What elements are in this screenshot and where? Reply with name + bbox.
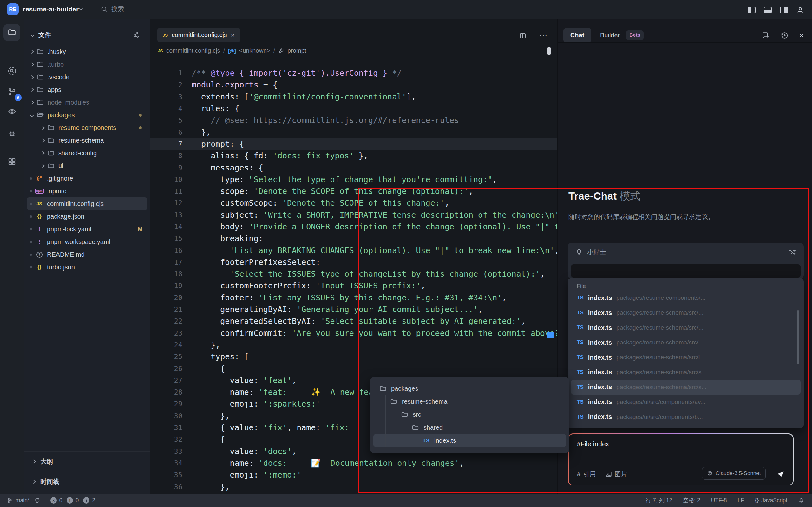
- toggle-left-sidebar-icon[interactable]: [748, 7, 756, 13]
- tree-item-.turbo[interactable]: .turbo: [27, 58, 148, 71]
- editor-tab[interactable]: JS commitlint.config.cjs ×: [157, 27, 241, 43]
- close-panel-icon[interactable]: ×: [799, 32, 804, 39]
- code-line[interactable]: 14 body: 'Provide a LONGER description o…: [150, 221, 557, 233]
- popup-tree-item-packages[interactable]: packages: [373, 382, 566, 395]
- popup-tree-item-resume-schema[interactable]: resume-schema: [373, 395, 566, 408]
- code-line[interactable]: 3 extends: ['@commitlint/config-conventi…: [150, 91, 557, 103]
- account-icon[interactable]: [796, 6, 804, 14]
- close-tab-icon[interactable]: ×: [231, 32, 235, 38]
- code-line[interactable]: 7 prompt: {: [150, 138, 557, 150]
- indentation[interactable]: 空格: 2: [683, 497, 700, 504]
- code-line[interactable]: 34 name: 'docs: 📝 Documentation only cha…: [150, 457, 557, 469]
- code-line[interactable]: 24 },: [150, 339, 557, 351]
- file-suggestion[interactable]: TSindex.tspackages/ui/src/components/av.…: [571, 395, 801, 409]
- tree-item-.npmrc[interactable]: npm.npmrc: [27, 185, 148, 198]
- popup-tree-item-index.ts[interactable]: TSindex.ts: [373, 434, 566, 447]
- file-suggestion[interactable]: TSindex.tspackages/resume-components/...: [571, 291, 801, 305]
- toggle-bottom-panel-icon[interactable]: [764, 7, 772, 13]
- tree-item-.gitignore[interactable]: .gitignore: [27, 172, 148, 185]
- problems-infos[interactable]: i 2: [83, 497, 95, 504]
- search-scan-icon[interactable]: [3, 62, 20, 79]
- tree-item-turbo.json[interactable]: {}turbo.json: [27, 261, 148, 274]
- split-editor-icon[interactable]: [519, 32, 526, 40]
- tree-item-node_modules[interactable]: node_modules: [27, 96, 148, 109]
- code-line[interactable]: 16 'List any BREAKING CHANGES (optional)…: [150, 244, 557, 256]
- explorer-icon[interactable]: [3, 24, 20, 41]
- preview-eye-icon[interactable]: [3, 103, 20, 120]
- code-line[interactable]: 18 'Select the ISSUES type of changeList…: [150, 268, 557, 280]
- tips-input-strip[interactable]: [571, 264, 801, 278]
- filter-icon[interactable]: [133, 31, 140, 39]
- code-line[interactable]: 10 type: "Select the type of change that…: [150, 174, 557, 185]
- code-line[interactable]: 20 footer: 'List any ISSUES by this chan…: [150, 292, 557, 303]
- image-button[interactable]: 图片: [605, 470, 627, 478]
- tree-item-ui[interactable]: ui: [27, 159, 148, 172]
- send-icon[interactable]: [776, 470, 785, 478]
- tab-builder[interactable]: Builder: [600, 32, 620, 39]
- code-line[interactable]: 13 subject: 'Write a SHORT, IMPERATIVE t…: [150, 209, 557, 221]
- code-line[interactable]: 25 types: [: [150, 351, 557, 362]
- code-line[interactable]: 35 emoji: ':memo:': [150, 469, 557, 481]
- debug-icon[interactable]: [3, 125, 20, 142]
- code-line[interactable]: 12 customScope: 'Denote the SCOPE of thi…: [150, 197, 557, 209]
- tree-item-shared-config[interactable]: shared-config: [27, 147, 148, 159]
- outline-section[interactable]: 大纲: [24, 451, 150, 471]
- section-chevron-icon[interactable]: [31, 33, 35, 37]
- timeline-section[interactable]: 时间线: [24, 471, 150, 492]
- tree-item-apps[interactable]: apps: [27, 83, 148, 96]
- reference-button[interactable]: # 引用: [577, 470, 596, 478]
- file-suggestion[interactable]: TSindex.tspackages/resume-schema/src/i..…: [571, 350, 801, 365]
- dropdown-scrollbar-thumb[interactable]: [797, 310, 799, 364]
- code-line[interactable]: 9 messages: {: [150, 162, 557, 173]
- code-line[interactable]: 8 alias: { fd: 'docs: fix typos' },: [150, 150, 557, 162]
- code-line[interactable]: 2module.exports = {: [150, 79, 557, 91]
- encoding[interactable]: UTF-8: [711, 497, 727, 504]
- file-suggestion[interactable]: TSindex.tspackages/resume-schema/src/...: [571, 305, 801, 320]
- chat-input[interactable]: #File:index # 引用 图片 Claude-3.5-Sonnet: [569, 435, 793, 485]
- more-actions-icon[interactable]: ⋯: [539, 31, 548, 41]
- file-suggestion[interactable]: TSindex.tspackages/resume-schema/src/...: [571, 335, 801, 350]
- tree-item-package.json[interactable]: {}package.json: [27, 210, 148, 223]
- bell-icon[interactable]: [798, 497, 804, 504]
- source-control-icon[interactable]: 6: [3, 83, 20, 100]
- code-line[interactable]: 19 customFooterPrefix: 'Input ISSUES pre…: [150, 280, 557, 291]
- code-line[interactable]: 15 breaking:: [150, 233, 557, 244]
- problems-errors[interactable]: × 0: [50, 497, 62, 504]
- cursor-position[interactable]: 行 7, 列 12: [646, 497, 672, 504]
- breadcrumb-member[interactable]: prompt: [287, 47, 306, 54]
- breadcrumb-file[interactable]: commitlint.config.cjs: [166, 47, 220, 54]
- branch-indicator[interactable]: main*: [7, 497, 30, 504]
- code-line[interactable]: 21 generatingByAI: 'Generating your AI c…: [150, 303, 557, 315]
- code-line[interactable]: 5 // @see: https://commitlint.js.org/#/r…: [150, 114, 557, 126]
- code-line[interactable]: 1/** @type { import('cz-git').UserConfig…: [150, 67, 557, 79]
- tree-item-pnpm-lock.yaml[interactable]: !pnpm-lock.yamlM: [27, 223, 148, 235]
- shuffle-icon[interactable]: [789, 248, 796, 256]
- code-line[interactable]: 17 footerPrefixesSelect:: [150, 257, 557, 268]
- tree-item-packages[interactable]: packages: [27, 109, 148, 121]
- code-line[interactable]: 23 confirmCommit: 'Are you sure you want…: [150, 327, 557, 339]
- code-line[interactable]: 36 },: [150, 481, 557, 493]
- tree-item-.vscode[interactable]: .vscode: [27, 71, 148, 83]
- popup-tree-item-src[interactable]: src: [373, 408, 566, 421]
- code-line[interactable]: 22 generatedSelectByAI: 'Select suitable…: [150, 315, 557, 327]
- tree-item-pnpm-workspace.yaml[interactable]: !pnpm-workspace.yaml: [27, 235, 148, 248]
- global-search[interactable]: 搜索: [101, 5, 124, 13]
- language-mode[interactable]: {} JavaScript: [755, 497, 787, 504]
- file-suggestion[interactable]: TSindex.tspackages/ui/src/components/b..…: [571, 409, 801, 424]
- eol[interactable]: LF: [738, 497, 744, 504]
- project-name[interactable]: resume-ai-builder: [23, 5, 79, 13]
- extensions-icon[interactable]: [3, 153, 20, 170]
- tree-item-commitlint.config.cjs[interactable]: JScommitlint.config.cjs: [27, 198, 148, 210]
- history-icon[interactable]: [780, 32, 789, 40]
- breadcrumb-symbol[interactable]: <unknown>: [239, 47, 270, 54]
- tree-item-resume-schema[interactable]: resume-schema: [27, 134, 148, 147]
- problems-warnings[interactable]: ! 0: [67, 497, 79, 504]
- popup-tree-item-shared[interactable]: shared: [373, 421, 566, 434]
- sync-icon[interactable]: [34, 498, 40, 504]
- project-chevron-icon[interactable]: [79, 6, 83, 10]
- file-suggestion[interactable]: TSindex.tspackages/resume-schema/src/s..…: [571, 365, 801, 380]
- new-chat-icon[interactable]: [761, 32, 769, 40]
- code-line[interactable]: 11 scope: 'Denote the SCOPE of this chan…: [150, 185, 557, 197]
- code-line[interactable]: 4 rules: {: [150, 103, 557, 114]
- tree-item-README.md[interactable]: ?README.md: [27, 248, 148, 261]
